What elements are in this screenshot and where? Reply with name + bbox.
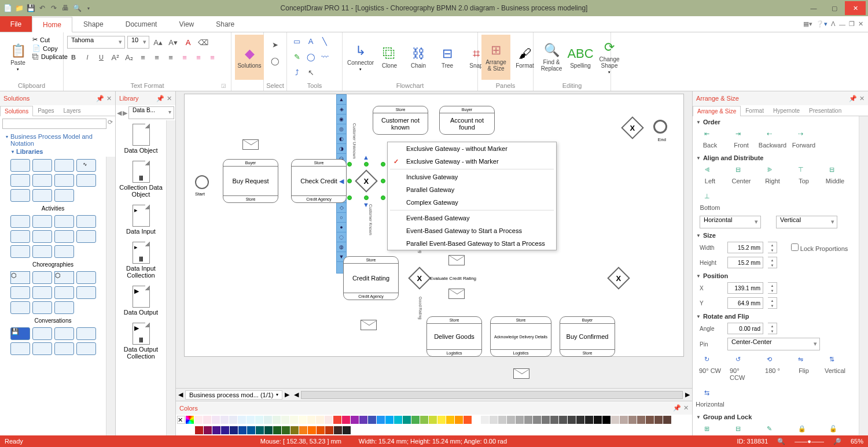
align-right[interactable]: ⫸Right (761, 166, 784, 184)
align-center-icon[interactable]: ≡ (150, 51, 163, 64)
align-left[interactable]: ⫷Left (698, 166, 722, 184)
hscroll-left-icon[interactable]: ◀ (294, 391, 299, 398)
font-color-icon[interactable]: A (182, 36, 194, 49)
window-close-icon[interactable]: ✕ (845, 1, 866, 15)
lib-collection-data-object[interactable]: ⅢCollection Data Object (116, 157, 166, 201)
subtab-format[interactable]: Format (741, 105, 768, 116)
align-bottom[interactable]: ⊥Bottom (698, 193, 722, 211)
select-arrow-icon[interactable]: ➤ (269, 38, 282, 51)
sol-cell[interactable] (10, 159, 30, 172)
lock-btn[interactable]: 🔒Lock (792, 425, 815, 435)
section-align[interactable]: Align and Distribute (693, 152, 859, 162)
lock-proportions-checkbox[interactable] (791, 243, 799, 251)
qat-new-icon[interactable]: 📄 (2, 3, 13, 13)
qat-undo-icon[interactable]: ↶ (37, 3, 47, 13)
subtab-hypernote[interactable]: Hypernote (768, 105, 804, 116)
grow-font-icon[interactable]: A▴ (152, 36, 164, 49)
close-icon[interactable]: ✕ (106, 95, 112, 102)
section-group[interactable]: Group and Lock (693, 411, 859, 422)
change-shape-button[interactable]: ⟳Change Shape▾ (595, 35, 624, 80)
text-dialog-icon[interactable]: ◲ (221, 83, 226, 88)
arrange-size-button[interactable]: ⊞Arrange & Size (481, 35, 510, 80)
font-size-combo[interactable]: 10 (127, 36, 149, 49)
tree-button[interactable]: ⊟Tree (433, 35, 462, 80)
zoom-in-icon[interactable]: 🔎 (833, 438, 841, 445)
lib-data-output[interactable]: ▶Data Output (116, 282, 166, 319)
selection-handles[interactable]: ◀ ▶ ▲ ▼ (349, 164, 384, 198)
library-combo[interactable]: Data B... (128, 106, 174, 119)
node-store-customer[interactable]: StoreCustomer not known (373, 106, 428, 135)
bpmn-gateway-end-merge[interactable]: X (621, 116, 644, 139)
lib-prev-icon[interactable]: ◀ (117, 109, 122, 117)
qat-save-icon[interactable]: 💾 (25, 3, 36, 13)
flip[interactable]: ⇋Flip (792, 356, 815, 381)
shrink-font-icon[interactable]: A▾ (167, 36, 179, 49)
node-buyer-account[interactable]: BuyerAccount not found (439, 106, 495, 135)
child-close-icon[interactable]: ✕ (858, 20, 863, 28)
lib-data-object[interactable]: Data Object (116, 120, 166, 157)
qat-redo-icon[interactable]: ↷ (49, 3, 59, 13)
node-buy-request[interactable]: BuyerBuy RequestStore (223, 159, 278, 203)
qat-print-icon[interactable]: 🖶 (60, 3, 71, 13)
node-check-credit[interactable]: StoreCheck CreditCredit Agency (291, 159, 347, 203)
ctx-exclusive-no-marker[interactable]: Exclusive Gateway - without Marker (388, 142, 556, 155)
window-maximize-icon[interactable]: ▢ (824, 1, 845, 15)
section-rotate[interactable]: Rotate and Flip (693, 311, 859, 321)
bpmn-start-event[interactable] (195, 175, 209, 189)
lib-data-output-collection[interactable]: ▶ⅢData Output Collection (116, 319, 166, 363)
subtab-pages[interactable]: Pages (33, 105, 58, 116)
italic-icon[interactable]: I (81, 51, 94, 64)
drawing-canvas[interactable]: ▲◈◉◎◐◑◒◓◔◕◆◇○●◌◍▼ Start End BuyerBuy Req… (178, 94, 690, 386)
underline-icon[interactable]: U (95, 51, 108, 64)
order-backward[interactable]: ⇠Backward (761, 130, 784, 149)
node-ack[interactable]: StoreAcknowledge Delivery DetailsLogisti… (490, 316, 551, 357)
find-replace-button[interactable]: 🔍Find & Replace (537, 35, 566, 80)
group-btn[interactable]: ⊞Group (698, 425, 722, 435)
height-input[interactable] (727, 257, 763, 268)
subtab-arrange[interactable]: Arrange & Size (693, 106, 741, 116)
duplicate-button[interactable]: ⿻Duplicate (32, 53, 68, 60)
ctx-event-based-start[interactable]: Event-Based Gateway to Start a Process (388, 224, 556, 237)
qat-preview-icon[interactable]: 🔍 (72, 3, 82, 13)
y-input[interactable] (727, 297, 763, 309)
tree-libraries[interactable]: Libraries (3, 147, 112, 156)
width-input[interactable] (727, 242, 763, 253)
grid-icon[interactable]: ▦▾ (803, 20, 812, 28)
lib-next-icon[interactable]: ▶ (123, 109, 127, 117)
tab-home[interactable]: Home (32, 17, 72, 32)
library-scrollbar[interactable] (166, 120, 175, 435)
document-tab[interactable]: Business process mod... (1/1)▾ (185, 390, 282, 400)
clone-button[interactable]: ⿻Clone (375, 35, 404, 80)
subscript-icon[interactable]: A₂ (123, 51, 135, 64)
height-spinner[interactable]: ▲▼ (768, 257, 777, 268)
file-menu[interactable]: File (0, 16, 32, 32)
section-position[interactable]: Position (693, 270, 859, 280)
close-icon[interactable]: ✕ (683, 404, 689, 412)
section-size[interactable]: Size (693, 230, 859, 240)
close-icon[interactable]: ✕ (859, 95, 865, 102)
tool-line-icon[interactable]: ╲ (318, 35, 331, 47)
copy-button[interactable]: 📄Copy (32, 45, 68, 52)
qat-more-icon[interactable]: ▾ (83, 3, 94, 13)
font-family-combo[interactable]: Tahoma (67, 36, 125, 49)
lib-data-input-collection[interactable]: ▸ⅢData Input Collection (116, 238, 166, 282)
align-center[interactable]: ⊟Center (730, 166, 753, 184)
close-icon[interactable]: ✕ (167, 95, 172, 102)
align-top[interactable]: ⊤Top (792, 166, 815, 184)
ctx-event-based[interactable]: Event-Based Gateway (388, 212, 556, 224)
rotate-90ccw[interactable]: ↺90° CCW (730, 356, 753, 381)
clear-format-icon[interactable]: ⌫ (197, 36, 209, 49)
ungroup-btn[interactable]: ⊟UnGroup (730, 425, 753, 435)
tab-view[interactable]: View (168, 16, 205, 32)
pin-icon[interactable]: 📌 (96, 95, 104, 102)
distribute-h-combo[interactable]: Horizontal (700, 216, 761, 228)
pin-combo[interactable]: Center-Center (727, 338, 820, 350)
tab-document[interactable]: Document (115, 16, 168, 32)
tool-edit-icon[interactable]: ↖ (304, 66, 317, 79)
bold-icon[interactable]: B (67, 51, 80, 64)
tool-pen-icon[interactable]: ✎ (290, 50, 303, 63)
hscroll-right-icon[interactable]: ▶ (685, 391, 690, 398)
align-right-icon[interactable]: ≡ (164, 51, 177, 64)
bpmn-gateway-eval[interactable]: X (408, 267, 431, 290)
tool-ellipse-icon[interactable]: ◯ (304, 50, 317, 63)
